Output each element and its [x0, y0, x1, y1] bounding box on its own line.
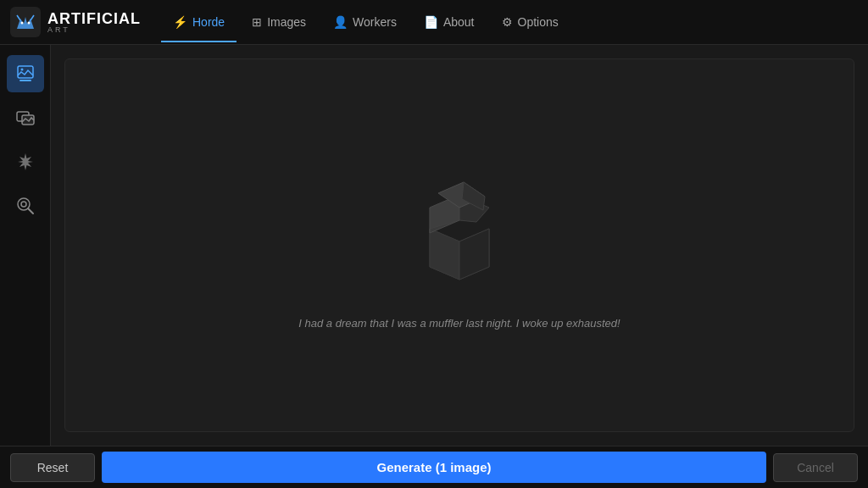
svg-marker-13	[459, 229, 489, 280]
workers-icon: 👤	[333, 15, 348, 29]
svg-point-4	[20, 69, 23, 71]
logo-sub-text: ART	[47, 26, 141, 34]
svg-point-1	[21, 22, 24, 25]
nav-item-options[interactable]: ⚙ Options	[490, 8, 570, 36]
horde-icon: ⚡	[173, 15, 187, 29]
logo: ARTIFICIAL ART	[10, 7, 141, 37]
sidebar-item-gallery[interactable]	[7, 99, 44, 136]
bottom-bar: Reset Generate (1 image) Cancel	[0, 446, 868, 488]
generate-image-icon	[15, 64, 36, 84]
svg-point-2	[28, 22, 31, 25]
nav-images-label: Images	[267, 15, 306, 29]
reset-button[interactable]: Reset	[10, 453, 95, 482]
nav-workers-label: Workers	[353, 15, 397, 29]
logo-main-text: ARTIFICIAL	[47, 11, 141, 26]
sidebar-item-facefix[interactable]	[7, 187, 44, 225]
empty-state-illustration	[392, 161, 527, 291]
canvas-area: I had a dream that I was a muffler last …	[64, 58, 854, 432]
logo-icon	[10, 7, 41, 37]
gallery-icon	[15, 108, 36, 128]
svg-rect-5	[19, 80, 31, 81]
svg-marker-12	[430, 229, 459, 280]
nav-item-workers[interactable]: 👤 Workers	[321, 8, 409, 36]
quote-text: I had a dream that I was a muffler last …	[298, 317, 620, 330]
nav-options-label: Options	[518, 15, 559, 29]
about-icon: 📄	[424, 15, 438, 29]
sidebar-item-generate[interactable]	[7, 55, 44, 92]
nav-items: ⚡ Horde ⊞ Images 👤 Workers 📄 About ⚙ Opt…	[161, 8, 570, 36]
facefix-icon	[15, 196, 36, 216]
options-icon: ⚙	[502, 15, 513, 29]
svg-line-9	[28, 208, 33, 214]
nav-item-about[interactable]: 📄 About	[412, 8, 487, 36]
box-svg	[392, 161, 527, 288]
cancel-button[interactable]: Cancel	[773, 453, 858, 482]
svg-rect-3	[18, 66, 33, 78]
nav-item-images[interactable]: ⊞ Images	[240, 8, 318, 36]
top-navigation: ARTIFICIAL ART ⚡ Horde ⊞ Images 👤 Worker…	[0, 0, 868, 45]
content-area: I had a dream that I was a muffler last …	[51, 45, 868, 446]
nav-item-horde[interactable]: ⚡ Horde	[161, 8, 236, 36]
nav-horde-label: Horde	[192, 15, 225, 29]
generate-button[interactable]: Generate (1 image)	[102, 452, 766, 483]
logo-text: ARTIFICIAL ART	[47, 11, 141, 34]
main-area: I had a dream that I was a muffler last …	[0, 45, 868, 446]
nav-about-label: About	[443, 15, 475, 29]
sidebar-item-enhance[interactable]	[7, 143, 44, 180]
sidebar	[0, 45, 51, 446]
enhance-icon	[15, 152, 36, 172]
images-icon: ⊞	[252, 15, 262, 29]
svg-point-10	[21, 202, 26, 207]
